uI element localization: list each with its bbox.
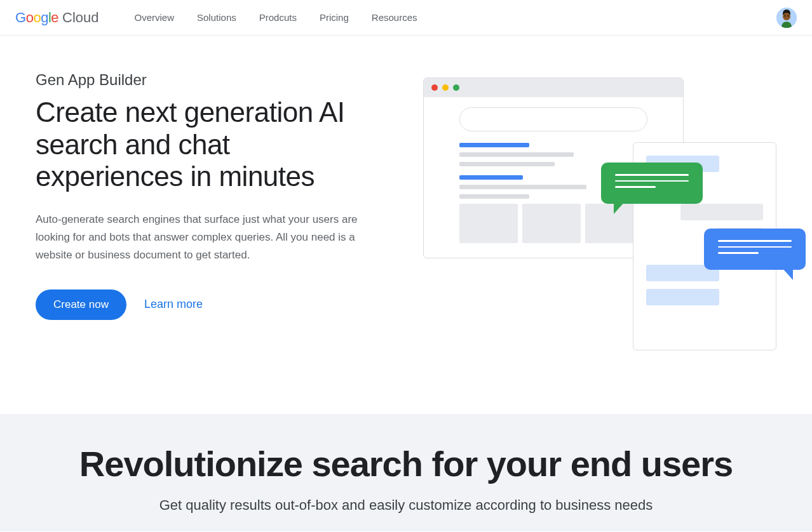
top-header: Google Cloud Overview Solutions Prodcuts… (0, 0, 812, 36)
cta-row: Create now Learn more (36, 289, 379, 320)
chat-bubble-green-icon (601, 163, 703, 204)
window-close-icon (431, 84, 438, 91)
bubble-line (718, 240, 792, 242)
bubble-line (615, 180, 689, 182)
browser-titlebar (424, 78, 683, 97)
cloud-text: Cloud (62, 10, 98, 26)
thumbnail (522, 204, 581, 243)
feature-section: Revolutionize search for your end users … (0, 414, 812, 531)
hero-title: Create next generation AI search and cha… (36, 96, 379, 193)
svg-point-3 (788, 15, 789, 16)
feature-subtitle: Get quality results out-of-box and easil… (25, 497, 787, 514)
logo[interactable]: Google Cloud (15, 10, 99, 26)
svg-point-2 (785, 15, 786, 16)
hero-description: Auto-generate search engines that surfac… (36, 211, 360, 264)
window-maximize-icon (453, 84, 459, 91)
result-link-line (459, 175, 523, 180)
hero-illustration (404, 71, 776, 363)
search-bar-mockup (459, 107, 647, 131)
bubble-line (718, 252, 759, 254)
nav-products[interactable]: Prodcuts (259, 12, 297, 23)
chat-bubble-blue-icon (704, 229, 806, 270)
nav-overview[interactable]: Overview (135, 12, 175, 23)
nav-solutions[interactable]: Solutions (197, 12, 236, 23)
bubble-line (615, 174, 689, 176)
bubble-line (615, 186, 656, 188)
avatar[interactable] (776, 8, 797, 28)
hero-content: Gen App Builder Create next generation A… (36, 71, 379, 363)
thumbnail (459, 204, 518, 243)
nav-resources[interactable]: Resources (372, 12, 417, 23)
chat-bot-line (680, 204, 763, 220)
result-text-line (459, 162, 555, 166)
hero-section: Gen App Builder Create next generation A… (0, 36, 812, 414)
result-text-line (459, 152, 574, 157)
result-text-line (459, 194, 529, 199)
result-link-line (459, 143, 529, 147)
nav-pricing[interactable]: Pricing (320, 12, 349, 23)
result-text-line (459, 185, 586, 189)
google-logo-text: Google (15, 10, 58, 26)
feature-title: Revolutionize search for your end users (25, 444, 787, 484)
svg-point-1 (783, 13, 790, 20)
bubble-tail (782, 267, 793, 280)
bubble-line (718, 246, 792, 248)
create-now-button[interactable]: Create now (36, 289, 126, 320)
main-nav: Overview Solutions Prodcuts Pricing Reso… (135, 12, 417, 23)
chat-user-line (646, 289, 719, 305)
learn-more-link[interactable]: Learn more (144, 298, 203, 311)
hero-eyebrow: Gen App Builder (36, 71, 379, 89)
window-minimize-icon (442, 84, 449, 91)
bubble-tail (614, 201, 625, 214)
